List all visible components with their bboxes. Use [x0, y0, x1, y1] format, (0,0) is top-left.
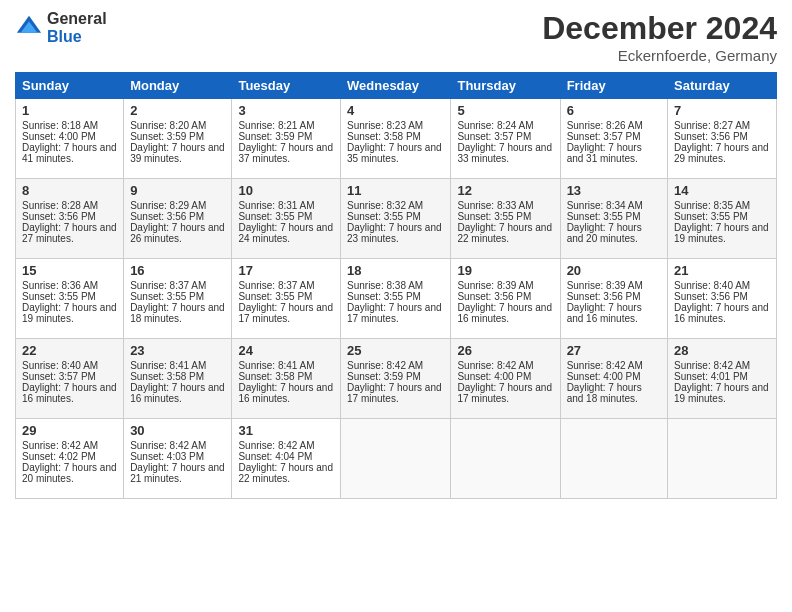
logo: General Blue: [15, 10, 107, 45]
sunset: Sunset: 4:01 PM: [674, 371, 748, 382]
sunrise: Sunrise: 8:34 AM: [567, 200, 643, 211]
sunset: Sunset: 3:55 PM: [457, 211, 531, 222]
logo-text: General Blue: [47, 10, 107, 45]
daylight: Daylight: 7 hours and 21 minutes.: [130, 462, 225, 484]
sunrise: Sunrise: 8:20 AM: [130, 120, 206, 131]
daylight: Daylight: 7 hours and 27 minutes.: [22, 222, 117, 244]
sunset: Sunset: 3:59 PM: [347, 371, 421, 382]
day-number: 29: [22, 423, 117, 438]
sunrise: Sunrise: 8:21 AM: [238, 120, 314, 131]
daylight: Daylight: 7 hours and 20 minutes.: [22, 462, 117, 484]
sunrise: Sunrise: 8:42 AM: [674, 360, 750, 371]
daylight: Daylight: 7 hours and 23 minutes.: [347, 222, 442, 244]
day-number: 11: [347, 183, 444, 198]
sunset: Sunset: 3:57 PM: [567, 131, 641, 142]
sunset: Sunset: 4:00 PM: [457, 371, 531, 382]
sunset: Sunset: 3:56 PM: [457, 291, 531, 302]
daylight: Daylight: 7 hours and 16 minutes.: [130, 382, 225, 404]
table-row: 3 Sunrise: 8:21 AM Sunset: 3:59 PM Dayli…: [232, 99, 341, 179]
day-number: 28: [674, 343, 770, 358]
sunset: Sunset: 4:03 PM: [130, 451, 204, 462]
day-number: 14: [674, 183, 770, 198]
logo-blue: Blue: [47, 28, 107, 46]
table-row: 24 Sunrise: 8:41 AM Sunset: 3:58 PM Dayl…: [232, 339, 341, 419]
logo-general: General: [47, 10, 107, 28]
table-row: 7 Sunrise: 8:27 AM Sunset: 3:56 PM Dayli…: [668, 99, 777, 179]
table-row: 23 Sunrise: 8:41 AM Sunset: 3:58 PM Dayl…: [124, 339, 232, 419]
sunrise: Sunrise: 8:40 AM: [22, 360, 98, 371]
sunrise: Sunrise: 8:37 AM: [130, 280, 206, 291]
sunrise: Sunrise: 8:42 AM: [238, 440, 314, 451]
sunset: Sunset: 4:04 PM: [238, 451, 312, 462]
sunrise: Sunrise: 8:41 AM: [238, 360, 314, 371]
calendar-page: General Blue December 2024 Eckernfoerde,…: [0, 0, 792, 612]
day-number: 31: [238, 423, 334, 438]
table-row: 27 Sunrise: 8:42 AM Sunset: 4:00 PM Dayl…: [560, 339, 667, 419]
daylight: Daylight: 7 hours and 37 minutes.: [238, 142, 333, 164]
table-row: 10 Sunrise: 8:31 AM Sunset: 3:55 PM Dayl…: [232, 179, 341, 259]
sunset: Sunset: 3:56 PM: [674, 291, 748, 302]
location-title: Eckernfoerde, Germany: [542, 47, 777, 64]
table-row: [560, 419, 667, 499]
daylight: Daylight: 7 hours and 24 minutes.: [238, 222, 333, 244]
sunset: Sunset: 3:58 PM: [238, 371, 312, 382]
sunrise: Sunrise: 8:37 AM: [238, 280, 314, 291]
daylight: Daylight: 7 hours and 16 minutes.: [457, 302, 552, 324]
daylight: Daylight: 7 hours and 16 minutes.: [238, 382, 333, 404]
col-friday: Friday: [560, 73, 667, 99]
sunrise: Sunrise: 8:39 AM: [567, 280, 643, 291]
month-title: December 2024: [542, 10, 777, 47]
daylight: Daylight: 7 hours and 19 minutes.: [674, 382, 769, 404]
day-number: 5: [457, 103, 553, 118]
sunset: Sunset: 3:57 PM: [457, 131, 531, 142]
calendar-week-row: 29 Sunrise: 8:42 AM Sunset: 4:02 PM Dayl…: [16, 419, 777, 499]
daylight: Daylight: 7 hours and 19 minutes.: [22, 302, 117, 324]
daylight: Daylight: 7 hours and 39 minutes.: [130, 142, 225, 164]
daylight: Daylight: 7 hours and 22 minutes.: [457, 222, 552, 244]
day-number: 2: [130, 103, 225, 118]
sunrise: Sunrise: 8:42 AM: [567, 360, 643, 371]
table-row: 15 Sunrise: 8:36 AM Sunset: 3:55 PM Dayl…: [16, 259, 124, 339]
sunrise: Sunrise: 8:39 AM: [457, 280, 533, 291]
day-number: 6: [567, 103, 661, 118]
sunset: Sunset: 3:55 PM: [130, 291, 204, 302]
day-number: 18: [347, 263, 444, 278]
sunset: Sunset: 3:55 PM: [22, 291, 96, 302]
table-row: 16 Sunrise: 8:37 AM Sunset: 3:55 PM Dayl…: [124, 259, 232, 339]
sunset: Sunset: 3:55 PM: [238, 291, 312, 302]
day-number: 1: [22, 103, 117, 118]
sunrise: Sunrise: 8:28 AM: [22, 200, 98, 211]
col-wednesday: Wednesday: [341, 73, 451, 99]
sunrise: Sunrise: 8:31 AM: [238, 200, 314, 211]
sunset: Sunset: 3:58 PM: [130, 371, 204, 382]
title-block: December 2024 Eckernfoerde, Germany: [542, 10, 777, 64]
table-row: 21 Sunrise: 8:40 AM Sunset: 3:56 PM Dayl…: [668, 259, 777, 339]
table-row: [451, 419, 560, 499]
table-row: 13 Sunrise: 8:34 AM Sunset: 3:55 PM Dayl…: [560, 179, 667, 259]
daylight: Daylight: 7 hours and 18 minutes.: [567, 382, 642, 404]
day-number: 10: [238, 183, 334, 198]
table-row: 30 Sunrise: 8:42 AM Sunset: 4:03 PM Dayl…: [124, 419, 232, 499]
daylight: Daylight: 7 hours and 17 minutes.: [457, 382, 552, 404]
daylight: Daylight: 7 hours and 19 minutes.: [674, 222, 769, 244]
sunrise: Sunrise: 8:36 AM: [22, 280, 98, 291]
sunset: Sunset: 3:56 PM: [567, 291, 641, 302]
daylight: Daylight: 7 hours and 20 minutes.: [567, 222, 642, 244]
table-row: 18 Sunrise: 8:38 AM Sunset: 3:55 PM Dayl…: [341, 259, 451, 339]
daylight: Daylight: 7 hours and 16 minutes.: [674, 302, 769, 324]
sunrise: Sunrise: 8:27 AM: [674, 120, 750, 131]
col-sunday: Sunday: [16, 73, 124, 99]
sunrise: Sunrise: 8:40 AM: [674, 280, 750, 291]
daylight: Daylight: 7 hours and 26 minutes.: [130, 222, 225, 244]
day-number: 20: [567, 263, 661, 278]
day-number: 17: [238, 263, 334, 278]
calendar-week-row: 22 Sunrise: 8:40 AM Sunset: 3:57 PM Dayl…: [16, 339, 777, 419]
sunrise: Sunrise: 8:23 AM: [347, 120, 423, 131]
table-row: 20 Sunrise: 8:39 AM Sunset: 3:56 PM Dayl…: [560, 259, 667, 339]
table-row: 4 Sunrise: 8:23 AM Sunset: 3:58 PM Dayli…: [341, 99, 451, 179]
table-row: 9 Sunrise: 8:29 AM Sunset: 3:56 PM Dayli…: [124, 179, 232, 259]
sunset: Sunset: 3:55 PM: [674, 211, 748, 222]
sunset: Sunset: 3:56 PM: [130, 211, 204, 222]
sunrise: Sunrise: 8:35 AM: [674, 200, 750, 211]
daylight: Daylight: 7 hours and 33 minutes.: [457, 142, 552, 164]
